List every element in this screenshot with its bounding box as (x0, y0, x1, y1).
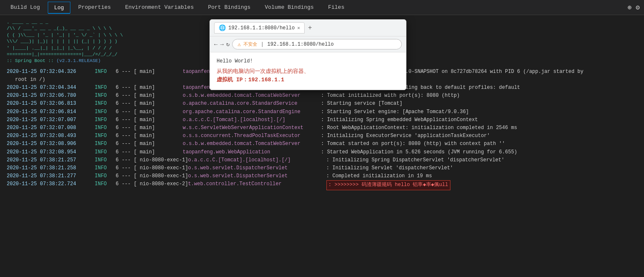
tab-properties[interactable]: Properties (72, 1, 117, 13)
log-line: 2020-11-25 07:38:22.724 INFO 6 --- [ nio… (7, 180, 637, 190)
log-level: INFO (95, 132, 116, 140)
log-thread-info: 6 --- [ nio-8080-exec-1] (116, 156, 188, 164)
log-line: 2020-11-25 07:38:21.257 INFO 6 --- [ nio… (7, 156, 637, 164)
log-thread-info: 6 --- [ main] (116, 124, 183, 132)
log-area[interactable]: . ____ _ __ _ _ /\\ / ___'_ __ _ _(_)_ _… (0, 15, 644, 277)
plus-icon[interactable]: ⊕ (628, 3, 632, 12)
browser-topbar: 🌐 192.168.1.1:8080/hello ✕ + (210, 20, 406, 36)
log-line: 2020-11-25 07:32:07.008 INFO 6 --- [ mai… (7, 124, 637, 132)
browser-content: Hello World! 从我的电脑访问一次虚拟机上的容器、 虚拟机 IP：19… (210, 52, 406, 90)
log-level: INFO (95, 148, 116, 156)
close-tab-icon[interactable]: ✕ (297, 25, 300, 31)
log-logger: o.s.web.servlet.DispatcherServlet (188, 172, 326, 180)
log-thread-info: 6 --- [ main] (116, 68, 183, 76)
log-logger: o.s.s.concurrent.ThreadPoolTaskExecutor (183, 132, 321, 140)
log-message: root in /) (15, 76, 45, 84)
log-message: : >>>>>>>> 码渣薄疆规码 hello 铝率◆率◆佩ull (326, 180, 450, 190)
log-date: 2020-11-25 07:32:07.007 (7, 116, 95, 124)
log-date: 2020-11-25 07:32:08.493 (7, 132, 95, 140)
back-icon[interactable]: ← (214, 41, 217, 48)
log-logger: o.a.c.c.C.[Tomcat].[localhost].[/] (183, 116, 321, 124)
top-icons: ⊕ ⚙ (628, 3, 640, 12)
log-logger: o.s.b.w.embedded.tomcat.TomcatWebServer (183, 140, 321, 148)
not-secure-label: 不安全 (243, 41, 257, 47)
log-date: 2020-11-25 07:32:06.780 (7, 92, 95, 100)
log-date: 2020-11-25 07:32:06.814 (7, 108, 95, 116)
log-level: INFO (95, 172, 116, 180)
log-message: : Starting Servlet engine: [Apache Tomca… (321, 108, 469, 116)
log-date: 2020-11-25 07:32:08.954 (7, 148, 95, 156)
log-level: INFO (95, 164, 116, 172)
new-tab-icon[interactable]: + (308, 24, 312, 32)
tab-build-log[interactable]: Build Log (4, 1, 46, 13)
log-date: 2020-11-25 07:38:21.258 (7, 164, 95, 172)
tab-volume-bindings[interactable]: Volume Bindings (259, 1, 320, 13)
browser-tab[interactable]: 🌐 192.168.1.1:8080/hello ✕ (214, 22, 305, 34)
tab-port-bindings[interactable]: Port Bindings (202, 1, 256, 13)
refresh-icon[interactable]: ↻ (226, 41, 230, 48)
hello-world-text: Hello World! (217, 58, 399, 64)
log-date: 2020-11-25 07:38:22.724 (7, 180, 95, 190)
log-level: INFO (95, 100, 116, 108)
forward-icon[interactable]: → (220, 41, 223, 48)
browser-url-bar[interactable]: ⚠ 不安全 ｜ 192.168.1.1:8080/hello (232, 39, 402, 49)
log-logger: o.s.web.servlet.DispatcherServlet (188, 164, 326, 172)
log-message: : Tomcat started on port(s): 8080 (http)… (321, 140, 505, 148)
log-level: INFO (95, 156, 116, 164)
log-date: 2020-11-25 07:32:04.326 (7, 68, 95, 76)
log-thread-info: 6 --- [ main] (116, 140, 183, 148)
log-thread-info: 6 --- [ main] (116, 116, 183, 124)
tab-files[interactable]: Files (322, 1, 351, 13)
log-date: 2020-11-25 07:32:08.906 (7, 140, 95, 148)
log-message: : Started WebApplication in 5.626 second… (321, 148, 517, 156)
log-message: : Initializing Spring DispatcherServlet … (326, 156, 504, 164)
log-line: 2020-11-25 07:38:21.258 INFO 6 --- [ nio… (7, 164, 637, 172)
log-thread-info: 6 --- [ nio-8080-exec-2] (116, 180, 188, 190)
warning-icon: ⚠ (238, 41, 241, 48)
log-message: : Completed initialization in 19 ms (326, 172, 432, 180)
log-thread-info: 6 --- [ main] (116, 108, 183, 116)
globe-icon: 🌐 (219, 24, 226, 31)
log-level: INFO (95, 180, 116, 190)
annotation-line1: 从我的电脑访问一次虚拟机上的容器、 (217, 67, 399, 76)
tab-bar: Build Log Log Properties Environment Var… (0, 0, 644, 15)
log-logger: w.s.c.ServletWebServerApplicationContext (183, 124, 321, 132)
log-message: : Initializing Spring embedded WebApplic… (321, 116, 478, 124)
tab-log[interactable]: Log (48, 2, 70, 13)
log-logger: o.apache.catalina.core.StandardService (183, 100, 321, 108)
log-line: 2020-11-25 07:32:08.493 INFO 6 --- [ mai… (7, 132, 637, 140)
log-line: 2020-11-25 07:32:06.780 INFO 6 --- [ mai… (7, 92, 637, 100)
url-text: ｜ (260, 41, 265, 48)
log-message: : Starting service [Tomcat] (321, 100, 402, 108)
annotation-line2: 虚拟机 IP：192.168.1.1 (217, 76, 399, 84)
gear-icon[interactable]: ⚙ (636, 3, 640, 12)
log-date: 2020-11-25 07:38:21.257 (7, 156, 95, 164)
browser-annotation: 从我的电脑访问一次虚拟机上的容器、 虚拟机 IP：192.168.1.1 (217, 67, 399, 84)
log-level: INFO (95, 84, 116, 92)
log-logger: taopanfeng.web.WebApplication (183, 148, 321, 156)
log-line: 2020-11-25 07:38:21.277 INFO 6 --- [ nio… (7, 172, 637, 180)
log-level: INFO (95, 116, 116, 124)
log-message: : Tomcat initialized with port(s): 8080 … (321, 92, 460, 100)
log-message: : Root WebApplicationContext: initializa… (321, 124, 517, 132)
log-level: INFO (95, 124, 116, 132)
log-logger: t.web.controller.TestController (188, 180, 326, 190)
log-message: : Initializing ExecutorService 'applicat… (321, 132, 490, 140)
log-date: 2020-11-25 07:32:04.344 (7, 84, 95, 92)
log-line: 2020-11-25 07:32:07.007 INFO 6 --- [ mai… (7, 116, 637, 124)
log-line: 2020-11-25 07:32:06.814 INFO 6 --- [ mai… (7, 108, 637, 116)
browser-tab-label: 192.168.1.1:8080/hello (228, 25, 295, 31)
log-thread-info: 6 --- [ main] (116, 148, 183, 156)
log-logger: o.s.b.w.embedded.tomcat.TomcatWebServer (183, 92, 321, 100)
tab-env-variables[interactable]: Environment Variables (119, 1, 200, 13)
log-level: INFO (95, 140, 116, 148)
log-level: INFO (95, 92, 116, 100)
log-thread-info: 6 --- [ nio-8080-exec-1] (116, 172, 188, 180)
log-logger: org.apache.catalina.core.StandardEngine (183, 108, 321, 116)
log-message: : Initializing Servlet 'dispatcherServle… (326, 164, 453, 172)
browser-popup: 🌐 192.168.1.1:8080/hello ✕ + ← → ↻ ⚠ 不安全… (209, 19, 406, 90)
browser-addressbar: ← → ↻ ⚠ 不安全 ｜ 192.168.1.1:8080/hello (210, 36, 406, 52)
log-thread-info: 6 --- [ nio-8080-exec-1] (116, 164, 188, 172)
log-level: INFO (95, 68, 116, 76)
log-thread-info: 6 --- [ main] (116, 92, 183, 100)
